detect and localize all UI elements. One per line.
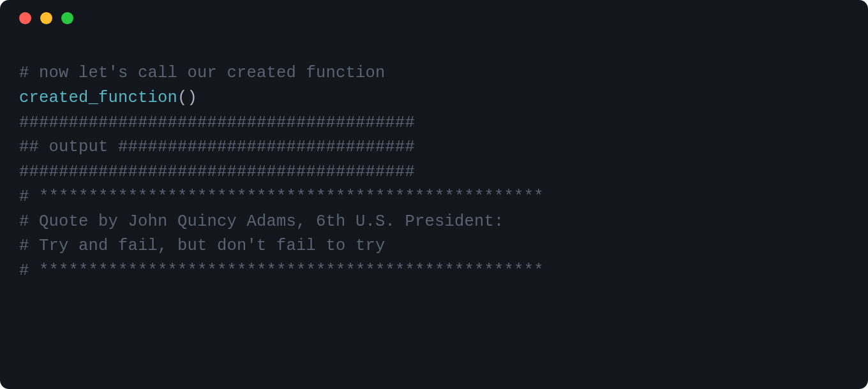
code-content[interactable]: # now let's call our created functioncre…: [0, 36, 868, 303]
code-comment: # **************************************…: [19, 187, 544, 206]
code-comment: # Try and fail, but don't fail to try: [19, 237, 385, 255]
code-comment: # now let's call our created function: [19, 64, 385, 82]
code-comment: ########################################: [19, 163, 415, 181]
window-titlebar: [0, 0, 868, 36]
code-punctuation: (): [177, 89, 197, 107]
code-function-call: created_function: [19, 89, 177, 107]
code-editor-window: # now let's call our created functioncre…: [0, 0, 868, 389]
code-comment: ## output ##############################: [19, 138, 415, 156]
maximize-button[interactable]: [61, 12, 73, 24]
code-comment: # Quote by John Quincy Adams, 6th U.S. P…: [19, 212, 504, 231]
code-comment: # **************************************…: [19, 261, 544, 280]
minimize-button[interactable]: [40, 12, 52, 24]
close-button[interactable]: [19, 12, 31, 24]
code-comment: ########################################: [19, 114, 415, 132]
